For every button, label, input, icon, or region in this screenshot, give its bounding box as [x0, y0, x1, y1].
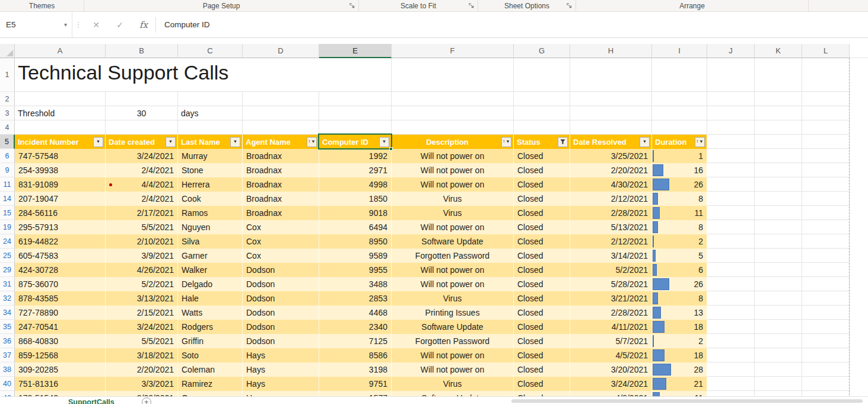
cell-K4[interactable] [755, 120, 802, 135]
column-header-K[interactable]: K [755, 44, 802, 58]
table-header-date-resolved[interactable]: Date Resolved▼ [570, 135, 652, 149]
cell-G3[interactable] [514, 106, 570, 120]
cell-I3[interactable] [652, 106, 707, 120]
cell-K3[interactable] [755, 106, 802, 120]
cell-E38[interactable]: 3198 [319, 362, 392, 377]
cell-C3[interactable]: days [178, 106, 243, 120]
cell-G15[interactable]: Closed [514, 206, 570, 220]
cell-H36[interactable]: 5/7/2021 [570, 334, 652, 348]
cell-B35[interactable]: 3/24/2021 [106, 320, 178, 334]
cell-L31[interactable] [802, 277, 850, 291]
cell-F2[interactable] [392, 92, 514, 106]
cell-J37[interactable] [707, 348, 755, 362]
cell-K2[interactable] [755, 92, 802, 106]
cell-H34[interactable]: 2/28/2021 [570, 306, 652, 320]
cell-I35[interactable]: 18 [652, 320, 707, 334]
cell-E36[interactable]: 7125 [319, 334, 392, 348]
cell-C34[interactable]: Watts [178, 306, 243, 320]
cell-B38[interactable]: 2/20/2021 [106, 362, 178, 377]
cell-I29[interactable]: 6 [652, 263, 707, 277]
cell-I38[interactable]: 28 [652, 362, 707, 377]
cell-G37[interactable]: Closed [514, 348, 570, 362]
cell-A37[interactable]: 859-12568 [15, 348, 106, 362]
cell-J3[interactable] [707, 106, 755, 120]
ribbon-group-label-sheet-options[interactable]: Sheet Options [504, 2, 549, 10]
cell-I31[interactable]: 26 [652, 277, 707, 291]
cell-F40[interactable]: Virus [392, 377, 514, 391]
cell-C2[interactable] [178, 92, 243, 106]
cell-G34[interactable]: Closed [514, 306, 570, 320]
cell-I14[interactable]: 8 [652, 192, 707, 206]
column-header-F[interactable]: F [392, 44, 514, 58]
cell-K24[interactable] [755, 234, 802, 249]
cell-A14[interactable]: 207-19047 [15, 192, 106, 206]
cell-J15[interactable] [707, 206, 755, 220]
cell-D34[interactable]: Dodson [243, 306, 319, 320]
cell-L37[interactable] [802, 348, 850, 362]
dialog-launcher-icon[interactable] [349, 2, 356, 9]
cell-L11[interactable] [802, 177, 850, 192]
cell-D25[interactable]: Cox [243, 249, 319, 263]
cell-C19[interactable]: Nguyen [178, 220, 243, 234]
cell-F4[interactable] [392, 120, 514, 135]
table-header-description[interactable]: Description↑▼ [392, 135, 514, 149]
cell-E25[interactable]: 9589 [319, 249, 392, 263]
filter-button-agent-name[interactable]: ↑▼ [307, 137, 317, 147]
cell-E29[interactable]: 9955 [319, 263, 392, 277]
row-header-3[interactable]: 3 [0, 106, 15, 120]
cell-E4[interactable] [319, 120, 392, 135]
cell-J2[interactable] [707, 92, 755, 106]
cell-C37[interactable]: Soto [178, 348, 243, 362]
cell-E14[interactable]: 1850 [319, 192, 392, 206]
cell-F29[interactable]: Will not power on [392, 263, 514, 277]
cell-A19[interactable]: 295-57913 [15, 220, 106, 234]
row-header-15[interactable]: 15 [0, 206, 15, 220]
cell-G40[interactable]: Closed [514, 377, 570, 391]
cell-F9[interactable]: Will not power on [392, 163, 514, 177]
cell-A34[interactable]: 727-78890 [15, 306, 106, 320]
cell-G11[interactable]: Closed [514, 177, 570, 192]
row-header-5[interactable]: 5 [0, 135, 15, 149]
cell-G35[interactable]: Closed [514, 320, 570, 334]
cell-G24[interactable]: Closed [514, 234, 570, 249]
cell-C14[interactable]: Cook [178, 192, 243, 206]
cell-I37[interactable]: 18 [652, 348, 707, 362]
select-all-button[interactable] [0, 44, 15, 58]
new-sheet-button[interactable]: + [142, 397, 151, 404]
filter-button-date-resolved[interactable]: ▼ [640, 137, 650, 147]
cell-F15[interactable]: Virus [392, 206, 514, 220]
cell-A38[interactable]: 309-20285 [15, 362, 106, 377]
ribbon-group-label-arrange[interactable]: Arrange [679, 2, 705, 10]
column-header-G[interactable]: G [514, 44, 570, 58]
filter-button-duration[interactable]: ↑▼ [695, 137, 705, 147]
cell-L14[interactable] [802, 192, 850, 206]
cell-L3[interactable] [802, 106, 850, 120]
cell-B32[interactable]: 3/13/2021 [106, 291, 178, 306]
cell-A2[interactable] [15, 92, 106, 106]
cell-K6[interactable] [755, 149, 802, 163]
cell-C36[interactable]: Griffin [178, 334, 243, 348]
cell-B29[interactable]: 4/26/2021 [106, 263, 178, 277]
cell-C25[interactable]: Garner [178, 249, 243, 263]
cell-E11[interactable]: 4998 [319, 177, 392, 192]
cell-J11[interactable] [707, 177, 755, 192]
cell-D38[interactable]: Hays [243, 362, 319, 377]
cell-K29[interactable] [755, 263, 802, 277]
cell-K34[interactable] [755, 306, 802, 320]
cell-I4[interactable] [652, 120, 707, 135]
cell-E37[interactable]: 8586 [319, 348, 392, 362]
cell-L19[interactable] [802, 220, 850, 234]
row-header-37[interactable]: 37 [0, 348, 15, 362]
cell-J34[interactable] [707, 306, 755, 320]
cell-B4[interactable] [106, 120, 178, 135]
cell-H37[interactable]: 4/5/2021 [570, 348, 652, 362]
cell-I34[interactable]: 13 [652, 306, 707, 320]
cell-J29[interactable] [707, 263, 755, 277]
cell-D35[interactable]: Dodson [243, 320, 319, 334]
cell-D2[interactable] [243, 92, 319, 106]
filter-button-computer-id[interactable]: ▼ [379, 137, 389, 147]
cell-H4[interactable] [570, 120, 652, 135]
cell-I6[interactable]: 1 [652, 149, 707, 163]
cell-B3[interactable]: 30 [106, 106, 178, 120]
row-header-2[interactable]: 2 [0, 92, 15, 106]
